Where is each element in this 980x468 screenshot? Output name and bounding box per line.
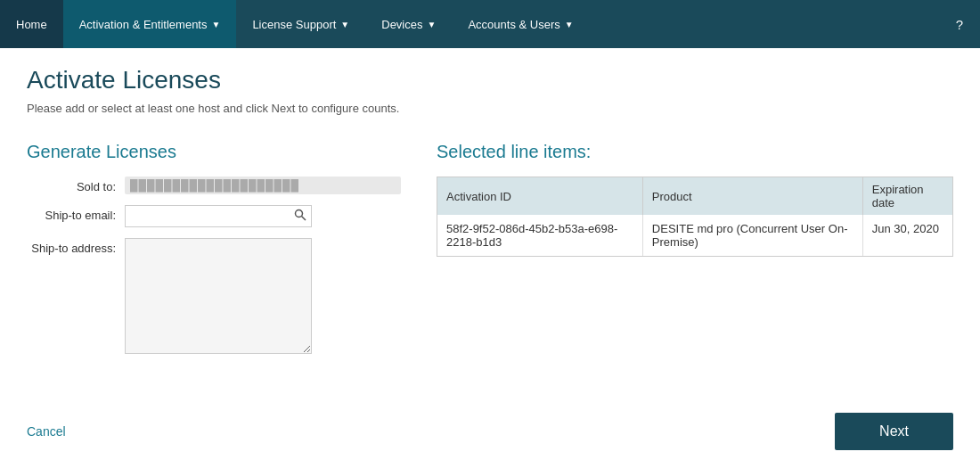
nav-item-home[interactable]: Home	[0, 0, 63, 48]
line-items-table-wrapper: Activation ID Product Expiration date 58…	[437, 177, 953, 257]
nav-home-label: Home	[16, 18, 47, 31]
ship-to-address-input[interactable]	[125, 238, 312, 354]
ship-to-email-input[interactable]	[126, 206, 290, 226]
table-header-row: Activation ID Product Expiration date	[437, 177, 952, 215]
selected-line-items-panel: Selected line items: Activation ID Produ…	[437, 142, 953, 365]
generate-licenses-panel: Generate Licenses Sold to: █████████████…	[27, 142, 401, 365]
table-row: 58f2-9f52-086d-45b2-b53a-e698-2218-b1d3 …	[437, 215, 952, 256]
nav-item-accounts-users[interactable]: Accounts & Users ▼	[452, 0, 589, 48]
next-button[interactable]: Next	[835, 413, 953, 450]
nav-devices-arrow: ▼	[428, 20, 437, 29]
page-title: Activate Licenses	[27, 66, 953, 94]
page-subtitle: Please add or select at least one host a…	[27, 102, 953, 115]
cell-activation-id: 58f2-9f52-086d-45b2-b53a-e698-2218-b1d3	[437, 215, 642, 256]
nav-item-license-support[interactable]: License Support ▼	[236, 0, 365, 48]
selected-line-items-title: Selected line items:	[437, 142, 953, 162]
col-activation-id: Activation ID	[437, 177, 642, 215]
help-icon: ?	[956, 17, 963, 32]
ship-to-email-label: Ship-to email:	[27, 205, 125, 222]
col-expiration-date: Expiration date	[862, 177, 952, 215]
main-content: Activate Licenses Please add or select a…	[0, 48, 980, 382]
nav-accounts-users-label: Accounts & Users	[468, 18, 559, 31]
sold-to-label: Sold to:	[27, 177, 125, 193]
sold-to-row: Sold to: ████████████████████	[27, 177, 401, 194]
nav-item-devices[interactable]: Devices ▼	[365, 0, 452, 48]
ship-to-address-row: Ship-to address:	[27, 238, 401, 354]
generate-licenses-title: Generate Licenses	[27, 142, 401, 162]
cancel-button[interactable]: Cancel	[27, 424, 66, 439]
nav-license-support-arrow: ▼	[340, 20, 349, 29]
ship-to-email-row: Ship-to email:	[27, 205, 401, 227]
cell-expiration-date: Jun 30, 2020	[862, 215, 952, 256]
ship-to-address-label: Ship-to address:	[27, 238, 125, 255]
line-items-table: Activation ID Product Expiration date 58…	[437, 177, 952, 256]
footer: Cancel Next	[0, 395, 980, 468]
nav-license-support-label: License Support	[252, 18, 336, 31]
col-product: Product	[642, 177, 862, 215]
navigation: Home Activation & Entitlements ▼ License…	[0, 0, 980, 48]
search-icon	[294, 209, 306, 221]
nav-accounts-users-arrow: ▼	[565, 20, 574, 29]
nav-devices-label: Devices	[381, 18, 422, 31]
sold-to-value: ████████████████████	[125, 177, 401, 194]
nav-activation-label: Activation & Entitlements	[79, 18, 208, 31]
nav-item-activation[interactable]: Activation & Entitlements ▼	[63, 0, 237, 48]
ship-to-email-input-wrap	[125, 205, 312, 227]
cell-product: DESITE md pro (Concurrent User On-Premis…	[642, 215, 862, 256]
nav-activation-arrow: ▼	[211, 20, 220, 29]
email-search-button[interactable]	[290, 207, 311, 226]
two-column-layout: Generate Licenses Sold to: █████████████…	[27, 142, 953, 365]
svg-point-0	[296, 210, 303, 218]
svg-line-1	[302, 217, 306, 221]
help-button[interactable]: ?	[939, 0, 980, 48]
